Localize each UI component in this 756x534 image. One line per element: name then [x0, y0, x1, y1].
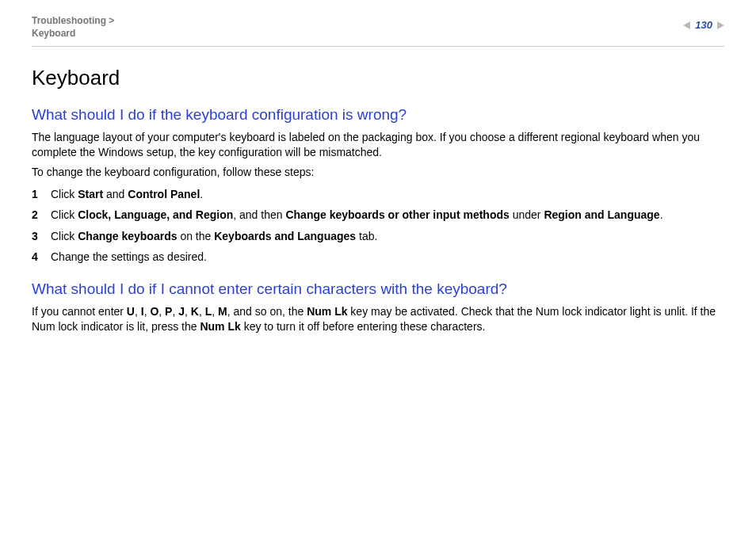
steps-list: 1 Click Start and Control Panel. 2 Click…: [32, 186, 724, 265]
step-number: 4: [32, 249, 51, 265]
section-heading-chars: What should I do if I cannot enter certa…: [32, 280, 724, 298]
next-page-icon[interactable]: [717, 21, 724, 29]
step-3: 3 Click Change keyboards on the Keyboard…: [32, 228, 724, 244]
page-nav: 130: [683, 19, 724, 31]
section1-para1: The language layout of your computer's k…: [32, 130, 724, 160]
section2-para: If you cannot enter U, I, O, P, J, K, L,…: [32, 304, 724, 334]
page-title: Keyboard: [32, 66, 724, 90]
page-number: 130: [695, 19, 712, 31]
breadcrumb-current: Keyboard: [32, 28, 75, 39]
step-text: Click Change keyboards on the Keyboards …: [51, 228, 377, 244]
step-number: 3: [32, 228, 51, 244]
step-text: Click Clock, Language, and Region, and t…: [51, 207, 663, 223]
step-text: Click Start and Control Panel.: [51, 186, 203, 202]
step-number: 2: [32, 207, 51, 223]
section1-para2: To change the keyboard configuration, fo…: [32, 165, 724, 180]
section-heading-config: What should I do if the keyboard configu…: [32, 106, 724, 124]
page-header: Troubleshooting > Keyboard 130: [32, 14, 724, 47]
step-text: Change the settings as desired.: [51, 249, 207, 265]
prev-page-icon[interactable]: [683, 21, 690, 29]
breadcrumb-separator: >: [109, 15, 114, 26]
breadcrumb-parent: Troubleshooting: [32, 15, 106, 26]
step-1: 1 Click Start and Control Panel.: [32, 186, 724, 202]
step-2: 2 Click Clock, Language, and Region, and…: [32, 207, 724, 223]
page-container: Troubleshooting > Keyboard 130 Keyboard …: [0, 0, 756, 534]
step-number: 1: [32, 186, 51, 202]
breadcrumb: Troubleshooting > Keyboard: [32, 14, 114, 40]
step-4: 4 Change the settings as desired.: [32, 249, 724, 265]
